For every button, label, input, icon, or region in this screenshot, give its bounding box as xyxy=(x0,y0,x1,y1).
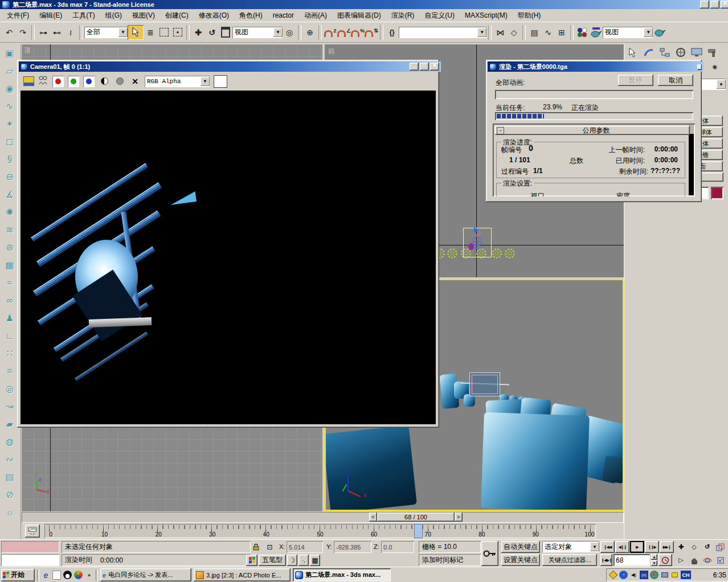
menu-item[interactable]: 组(G) xyxy=(101,10,126,22)
render-type-dropdown[interactable]: 视图 ▼ xyxy=(603,27,653,38)
select-and-scale-icon[interactable] xyxy=(219,25,232,40)
analyze-world-icon[interactable]: ⊘ xyxy=(0,486,19,503)
key-filter-dropdown[interactable]: 选定对象 ▼ xyxy=(542,541,599,552)
hinge-constraint-icon[interactable]: ∟ xyxy=(0,327,19,345)
minimize-button[interactable]: _ xyxy=(700,1,709,9)
select-and-move-icon[interactable]: ✚ xyxy=(191,25,205,40)
tray-security-icon[interactable] xyxy=(670,571,679,579)
prismatic-constraint-icon[interactable]: ≡ xyxy=(0,362,19,380)
window-crossing-icon[interactable]: ● xyxy=(171,25,185,40)
task-button-acdsee[interactable]: 3.jpg [2:3] : ACD Photo E... xyxy=(194,568,291,581)
preview-animation-icon[interactable]: ☼ xyxy=(0,503,19,521)
collapse-icon[interactable]: - xyxy=(497,127,504,134)
chevron-down-icon[interactable]: ▼ xyxy=(644,28,653,37)
menu-item[interactable]: 文件(F) xyxy=(2,10,34,22)
maxscript-mini-listener-pink[interactable] xyxy=(1,541,59,553)
selection-lock-icon[interactable] xyxy=(251,541,261,553)
tab-motion-icon[interactable] xyxy=(673,46,688,59)
background-color-swatch[interactable] xyxy=(214,75,227,88)
track-bar-ruler[interactable]: 0102030405060708090100 xyxy=(44,524,596,538)
red-channel-toggle[interactable] xyxy=(52,76,64,87)
linear-dashpot-icon[interactable]: ⊖ xyxy=(0,168,19,186)
y-coordinate-field[interactable]: -928.385 xyxy=(334,541,371,553)
named-selection-sets-icon[interactable]: {} xyxy=(385,25,399,40)
named-selection-dropdown[interactable]: ▼ xyxy=(399,27,486,38)
time-slider-prev-button[interactable]: < xyxy=(369,513,377,522)
quicklaunch-qq-icon[interactable] xyxy=(63,571,72,579)
blue-channel-toggle[interactable] xyxy=(83,76,95,87)
render-dialog-titlebar[interactable]: 渲染 - 第二场景0000.tga ✕ xyxy=(488,62,704,72)
maximize-button[interactable]: □ xyxy=(420,63,429,71)
green-channel-toggle[interactable] xyxy=(68,76,79,87)
menu-item[interactable]: 图表编辑器(D) xyxy=(333,10,386,22)
water-icon[interactable]: ≈ xyxy=(0,274,19,292)
redo-icon[interactable]: ↷ xyxy=(16,25,30,40)
ime-fullhalf-icon[interactable]: ☽ xyxy=(287,555,297,566)
toy-car-icon[interactable]: ⊛ xyxy=(0,239,19,256)
render-frame-titlebar[interactable]: Camera01, 帧 0 (1:1) _ □ ✕ xyxy=(19,62,441,72)
deforming-mesh-collection-icon[interactable]: ✶ xyxy=(0,115,19,133)
tray-volume-icon[interactable]: ◀) xyxy=(629,571,638,579)
channel-display-dropdown[interactable]: RGB Alpha ▼ xyxy=(145,76,210,87)
unlink-selection-icon[interactable]: ⊷ xyxy=(50,25,64,40)
field-of-view-icon[interactable]: ↺ xyxy=(701,541,714,553)
add-time-tag[interactable]: 添加时间标记 xyxy=(419,554,481,566)
align-icon[interactable]: ◇ xyxy=(507,25,521,40)
reference-coordinate-dropdown[interactable]: 视图 ▼ xyxy=(232,27,283,38)
select-and-link-icon[interactable]: ⊶ xyxy=(36,25,50,40)
select-by-name-icon[interactable]: ≣ xyxy=(144,25,157,40)
set-key-button[interactable]: 设置关键点 xyxy=(501,554,540,566)
menu-item[interactable]: MAXScript(M) xyxy=(460,10,512,21)
chevron-down-icon[interactable]: ▼ xyxy=(201,77,210,86)
chevron-down-icon[interactable]: ▼ xyxy=(717,80,726,89)
absolute-offset-toggle-icon[interactable]: ⊡ xyxy=(264,541,275,553)
percent-snap-icon[interactable]: % xyxy=(351,25,365,40)
zoom-icon[interactable]: ✚ xyxy=(674,541,688,553)
zoom-extents-all-icon[interactable] xyxy=(714,541,727,553)
x-coordinate-field[interactable]: 5.014 xyxy=(287,541,323,553)
car-wheel-constraint-icon[interactable]: ◎ xyxy=(0,380,19,397)
bind-to-space-warp-icon[interactable]: ≀ xyxy=(64,25,77,40)
undo-icon[interactable]: ↶ xyxy=(2,25,16,40)
clear-image-icon[interactable]: ✕ xyxy=(129,76,141,87)
alpha-channel-toggle[interactable] xyxy=(114,76,125,87)
chevron-down-icon[interactable]: ▼ xyxy=(477,28,486,37)
chevron-down-icon[interactable]: ▼ xyxy=(118,28,128,37)
material-editor-icon[interactable] xyxy=(575,25,589,40)
cancel-button[interactable]: 取消 xyxy=(658,75,693,86)
menu-item[interactable]: 帮助(H) xyxy=(513,10,546,22)
viewport-front-label[interactable]: 前 xyxy=(328,47,335,56)
maxscript-mini-listener-white[interactable] xyxy=(1,554,59,566)
render-scene-icon[interactable] xyxy=(589,25,603,40)
angular-dashpot-icon[interactable]: ∡ xyxy=(0,186,19,203)
select-and-manipulate-icon[interactable]: ⊕ xyxy=(303,25,317,40)
tray-scheduler-icon[interactable]: ◔ xyxy=(619,571,628,579)
time-slider-next-button[interactable]: > xyxy=(455,513,463,522)
rigid-body-collection-icon[interactable]: ▣ xyxy=(0,44,19,62)
menu-item[interactable]: 自定义(U) xyxy=(420,10,459,22)
go-to-start-icon[interactable]: ❙◀◀ xyxy=(600,541,615,553)
mirror-icon[interactable]: ⋈ xyxy=(493,25,507,40)
angle-snap-icon[interactable]: ∠ xyxy=(337,25,351,40)
plane-icon[interactable]: ◻ xyxy=(0,133,19,150)
quicklaunch-overflow-chevron[interactable]: » xyxy=(85,571,93,579)
quicklaunch-ie-icon[interactable]: e xyxy=(42,571,50,579)
tab-hierarchy-icon[interactable] xyxy=(657,46,672,59)
spinner-up-icon[interactable]: ▲ xyxy=(651,554,657,560)
wind-icon[interactable]: ≋ xyxy=(0,221,19,239)
menu-item[interactable]: 修改器(O) xyxy=(194,10,234,22)
cloth-modifier-icon[interactable]: ▰ xyxy=(0,415,19,433)
task-button-3dsmax-active[interactable]: 第二场景.max - 3ds max... xyxy=(293,568,391,581)
ime-softkeyboard-icon[interactable]: ▦ xyxy=(310,555,320,566)
curve-editor-icon[interactable]: ∿ xyxy=(541,25,555,40)
auto-key-button[interactable]: 自动关键点 xyxy=(501,541,540,553)
menu-item[interactable]: 视图(V) xyxy=(128,10,159,22)
selected-box-wireframe[interactable] xyxy=(469,372,500,396)
snap-toggle-icon[interactable]: 2 xyxy=(324,25,337,40)
object-color-swatch[interactable] xyxy=(711,187,723,199)
schematic-view-icon[interactable]: ⊞ xyxy=(555,25,569,40)
viewport-top-label[interactable]: 顶 xyxy=(24,46,31,55)
time-slider[interactable]: < 68 / 100 > xyxy=(22,512,624,523)
tab-utilities-icon[interactable] xyxy=(705,46,720,59)
chevron-down-icon[interactable]: ▼ xyxy=(273,28,283,37)
